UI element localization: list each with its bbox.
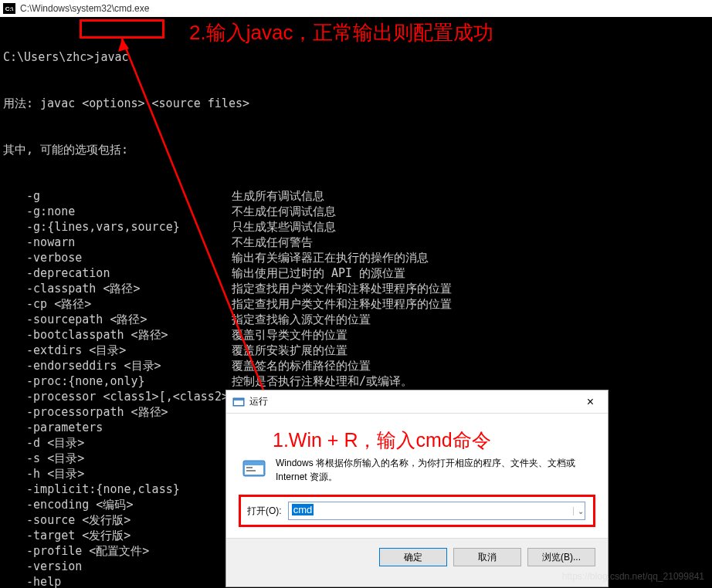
option-row: -extdirs <目录>覆盖所安装扩展的位置 (3, 343, 709, 358)
open-label: 打开(O): (247, 505, 282, 518)
option-flag: -g:{lines,vars,source} (3, 219, 180, 235)
option-row: -bootclasspath <路径>覆盖引导类文件的位置 (3, 327, 709, 343)
option-desc: 覆盖签名的标准路径的位置 (232, 358, 371, 373)
option-desc: 覆盖所安装扩展的位置 (232, 343, 348, 358)
option-row: -classpath <路径>指定查找用户类文件和注释处理程序的位置 (3, 281, 709, 296)
option-flag: -sourcepath <路径> (3, 312, 147, 327)
run-input-field[interactable]: cmd (288, 502, 585, 520)
ok-button[interactable]: 确定 (379, 548, 447, 566)
prompt-line: C:\Users\zhc>javac (3, 49, 709, 65)
cmd-icon: C:\ (3, 3, 15, 14)
option-flag: -classpath <路径> (3, 281, 140, 296)
run-input-value: cmd (292, 504, 314, 515)
option-flag: -endorseddirs <目录> (3, 358, 161, 373)
option-desc: 不生成任何调试信息 (232, 204, 336, 219)
option-desc: 只生成某些调试信息 (232, 219, 336, 235)
run-program-icon (242, 456, 266, 481)
option-flag: -encoding <编码> (3, 497, 133, 512)
option-flag: -profile <配置文件> (3, 543, 149, 559)
option-row: -deprecation输出使用已过时的 API 的源位置 (3, 265, 709, 281)
option-desc: 不生成任何警告 (232, 235, 313, 250)
option-row: -verbose输出有关编译器正在执行的操作的消息 (3, 250, 709, 265)
option-flag: -g:none (3, 204, 75, 219)
svg-rect-9 (246, 470, 256, 471)
close-button[interactable]: × (579, 394, 602, 411)
svg-rect-7 (245, 462, 263, 465)
cmd-titlebar: C:\ C:\Windows\system32\cmd.exe (0, 0, 712, 17)
option-flag: -deprecation (3, 265, 110, 281)
highlight-run-input: 打开(O): cmd ⌄ (239, 495, 595, 527)
option-flag: -d <目录> (3, 435, 84, 451)
annotation-step2: 2.输入javac，正常输出则配置成功 (189, 19, 493, 46)
option-flag: -verbose (3, 250, 82, 265)
option-row: -g:{lines,vars,source}只生成某些调试信息 (3, 219, 709, 235)
option-desc: 指定查找用户类文件和注释处理程序的位置 (232, 281, 452, 296)
option-row: -sourcepath <路径>指定查找输入源文件的位置 (3, 312, 709, 327)
option-flag: -implicit:{none,class} (3, 482, 180, 497)
highlight-javac-input (80, 19, 164, 39)
option-flag: -g (3, 188, 40, 204)
option-desc: 指定查找输入源文件的位置 (232, 312, 371, 327)
option-flag: -processorpath <路径> (3, 404, 168, 420)
option-row: -nowarn不生成任何警告 (3, 235, 709, 250)
option-row: -endorseddirs <目录>覆盖签名的标准路径的位置 (3, 358, 709, 373)
watermark: https://blog.csdn.net/qq_21099841 (562, 571, 704, 582)
option-row: -g生成所有调试信息 (3, 188, 709, 204)
svg-rect-4 (234, 399, 243, 400)
option-flag: -parameters (3, 420, 103, 435)
option-flag: -target <发行版> (3, 528, 131, 543)
svg-rect-8 (246, 467, 253, 468)
option-desc: 输出有关编译器正在执行的操作的消息 (232, 250, 429, 265)
option-flag: -bootclasspath <路径> (3, 327, 168, 343)
option-flag: -version (3, 559, 82, 574)
dropdown-icon[interactable]: ⌄ (573, 507, 587, 515)
annotation-step1: 1.Win + R，输入cmd命令 (273, 427, 592, 453)
run-dialog-title: 运行 (249, 395, 268, 408)
option-flag: -help (3, 574, 61, 588)
option-flag: -proc:{none,only} (3, 373, 145, 389)
run-dialog-footer: 确定 取消 浏览(B)... (226, 538, 608, 576)
browse-button[interactable]: 浏览(B)... (527, 548, 595, 566)
cancel-button[interactable]: 取消 (453, 548, 521, 566)
run-dialog-icon (232, 396, 245, 408)
option-row: -g:none不生成任何调试信息 (3, 204, 709, 219)
option-desc: 输出使用已过时的 API 的源位置 (232, 265, 405, 281)
option-flag: -h <目录> (3, 466, 84, 482)
option-flag: -cp <路径> (3, 296, 91, 312)
option-desc: 控制是否执行注释处理和/或编译。 (232, 373, 412, 389)
usage-line: 用法: javac <options> <source files> (3, 96, 709, 111)
option-flag: -extdirs <目录> (3, 343, 126, 358)
option-desc: 覆盖引导类文件的位置 (232, 327, 348, 343)
cmd-title: C:\Windows\system32\cmd.exe (20, 3, 149, 14)
run-dialog-description: Windows 将根据你所输入的名称，为你打开相应的程序、文件夹、文档或 Int… (276, 456, 592, 484)
option-flag: -source <发行版> (3, 512, 131, 528)
option-row: -cp <路径>指定查找用户类文件和注释处理程序的位置 (3, 296, 709, 312)
option-flag: -nowarn (3, 235, 75, 250)
option-flag: -s <目录> (3, 451, 84, 466)
run-dialog: 运行 × 1.Win + R，输入cmd命令 Windows 将根据你所输入的名… (225, 390, 609, 587)
option-row: -proc:{none,only}控制是否执行注释处理和/或编译。 (3, 373, 709, 389)
options-heading: 其中, 可能的选项包括: (3, 142, 709, 157)
run-dialog-titlebar: 运行 × (226, 390, 608, 414)
option-desc: 指定查找用户类文件和注释处理程序的位置 (232, 296, 452, 312)
option-desc: 生成所有调试信息 (232, 188, 324, 204)
